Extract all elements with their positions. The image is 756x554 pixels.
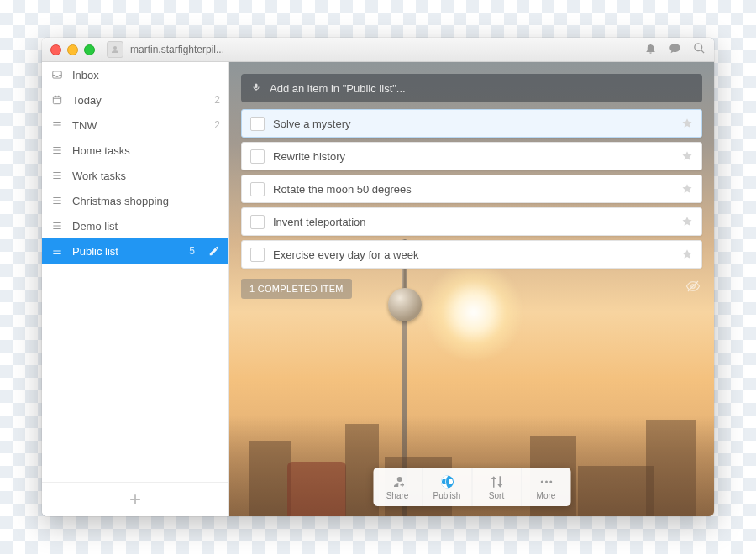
sidebar-item-label: Work tasks <box>72 170 220 182</box>
zoom-window-button[interactable] <box>84 44 95 55</box>
sidebar-item-tnw[interactable]: TNW2 <box>42 112 228 138</box>
publish-label: Publish <box>433 491 461 500</box>
sidebar-item-label: Inbox <box>72 69 220 81</box>
star-icon[interactable] <box>681 183 693 195</box>
task-title: Rewrite history <box>273 150 673 163</box>
activity-icon[interactable] <box>669 42 681 57</box>
task-row[interactable]: Exercise every day for a week <box>241 240 702 269</box>
completed-label: 1 COMPLETED ITEM <box>249 284 344 294</box>
main-panel: Add an item in "Public list"... Solve a … <box>229 62 714 516</box>
sidebar-item-label: Public list <box>72 245 181 258</box>
add-item-input[interactable]: Add an item in "Public list"... <box>241 74 702 102</box>
star-icon[interactable] <box>681 118 693 129</box>
svg-point-7 <box>549 480 552 483</box>
sort-label: Sort <box>489 491 504 500</box>
task-title: Rotate the moon 50 degrees <box>273 183 673 196</box>
inbox-icon <box>50 68 64 81</box>
user-avatar[interactable] <box>107 41 123 58</box>
sidebar-item-label: Home tasks <box>72 144 220 157</box>
more-button[interactable]: More <box>522 468 570 506</box>
today-icon <box>50 93 64 107</box>
svg-rect-0 <box>53 71 62 78</box>
task-title: Solve a mystery <box>273 118 673 130</box>
sidebar-item-label: TNW <box>72 119 206 132</box>
sidebar-item-label: Christmas shopping <box>72 195 220 207</box>
task-checkbox[interactable] <box>250 117 265 131</box>
add-item-placeholder: Add an item in "Public list"... <box>270 82 406 95</box>
list-icon <box>50 244 64 258</box>
svg-rect-1 <box>53 97 60 104</box>
plus-icon: + <box>129 488 141 511</box>
list-icon <box>50 219 64 233</box>
sidebar-item-today[interactable]: Today2 <box>42 87 228 112</box>
close-window-button[interactable] <box>50 44 61 55</box>
sidebar-item-inbox[interactable]: Inbox <box>42 62 228 87</box>
task-checkbox[interactable] <box>250 149 265 164</box>
sidebar-item-count: 2 <box>214 94 220 106</box>
star-icon[interactable] <box>681 216 693 227</box>
sidebar-item-work-tasks[interactable]: Work tasks <box>42 163 228 188</box>
sidebar-item-count: 5 <box>189 245 195 257</box>
sidebar-item-label: Demo list <box>72 220 220 233</box>
minimize-window-button[interactable] <box>67 44 78 55</box>
list-icon <box>50 118 64 132</box>
sidebar-item-label: Today <box>72 94 206 107</box>
task-checkbox[interactable] <box>250 182 265 196</box>
task-row[interactable]: Invent teleportation <box>241 207 702 236</box>
edit-icon[interactable] <box>208 245 220 257</box>
window-title: martin.starfighterpil... <box>130 44 224 55</box>
task-checkbox[interactable] <box>250 248 265 262</box>
mic-icon <box>251 81 261 96</box>
visibility-icon[interactable] <box>685 279 701 294</box>
sidebar-item-demo-list[interactable]: Demo list <box>42 213 228 238</box>
sidebar-item-christmas-shopping[interactable]: Christmas shopping <box>42 188 228 213</box>
publish-button[interactable]: Publish <box>423 468 472 506</box>
titlebar: martin.starfighterpil... <box>42 38 714 62</box>
list-icon <box>50 169 64 182</box>
notifications-icon[interactable] <box>644 42 657 57</box>
task-title: Exercise every day for a week <box>273 248 673 261</box>
svg-point-6 <box>545 480 548 483</box>
share-button[interactable]: Share <box>373 468 423 506</box>
search-icon[interactable] <box>693 42 706 57</box>
sidebar-item-public-list[interactable]: Public list5 <box>42 238 228 264</box>
sort-button[interactable]: Sort <box>472 468 522 506</box>
sidebar: InboxToday2TNW2Home tasksWork tasksChris… <box>42 62 229 516</box>
task-row[interactable]: Rotate the moon 50 degrees <box>241 175 702 203</box>
list-actions-bar: Share Publish Sort More <box>373 468 570 506</box>
add-list-button[interactable]: + <box>42 482 228 516</box>
task-row[interactable]: Rewrite history <box>241 142 702 170</box>
more-label: More <box>537 491 556 500</box>
window-controls <box>50 44 95 55</box>
sidebar-item-count: 2 <box>214 119 220 131</box>
star-icon[interactable] <box>681 248 693 260</box>
task-checkbox[interactable] <box>250 215 265 229</box>
svg-point-5 <box>540 480 543 483</box>
app-window: martin.starfighterpil... InboxToday2TNW2… <box>42 38 714 516</box>
list-icon <box>50 194 64 207</box>
list-icon <box>50 144 64 157</box>
sidebar-item-home-tasks[interactable]: Home tasks <box>42 138 228 163</box>
star-icon[interactable] <box>681 150 693 162</box>
share-label: Share <box>386 491 409 500</box>
completed-toggle[interactable]: 1 COMPLETED ITEM <box>241 279 352 299</box>
task-title: Invent teleportation <box>273 216 673 228</box>
task-row[interactable]: Solve a mystery <box>241 109 702 138</box>
